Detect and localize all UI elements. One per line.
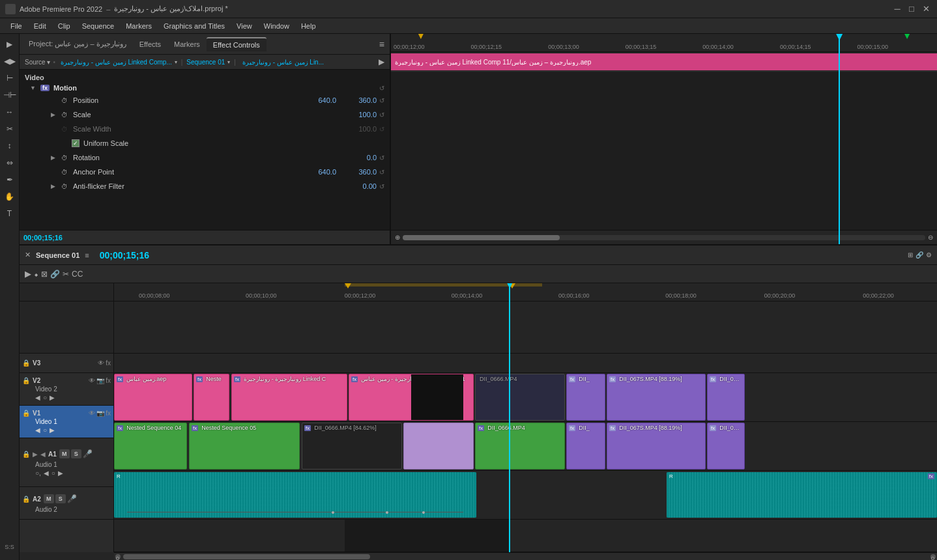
seq-close-icon[interactable]: ✕ [25, 251, 31, 259]
rate-stretch-tool[interactable]: ↔ [2, 104, 18, 120]
menu-help[interactable]: Help [296, 21, 321, 31]
v2-next-icon[interactable]: ▶ [50, 394, 55, 401]
play-tool[interactable]: ▶ [25, 269, 31, 279]
v2-clip-1[interactable]: fx زمین عباس.aep [114, 374, 192, 421]
anchor-y-value[interactable]: 360.0 [344, 168, 377, 176]
v2-lock-icon[interactable]: 🔒 [22, 377, 30, 384]
a2-mute-btn[interactable]: M [44, 494, 54, 503]
tab-effects[interactable]: Effects [133, 38, 167, 51]
ec-zoom-out-icon[interactable]: ⊖ [928, 234, 933, 241]
ec-scrollbar[interactable] [403, 235, 925, 240]
v2-clip-2[interactable]: fx Neste [194, 374, 229, 421]
add-marker-tool[interactable]: ⬥ [34, 270, 38, 279]
a1-add-kf-btn[interactable]: ○ [51, 469, 55, 477]
a1-mute-btn[interactable]: M [59, 449, 70, 458]
v2-fx-icon[interactable]: fx [106, 377, 111, 384]
anti-flicker-expand[interactable]: ▶ [51, 183, 59, 189]
slide-tool[interactable]: ⇔ [2, 155, 18, 171]
seq-filter-icon[interactable]: ⊞ [908, 251, 913, 259]
rotation-stopwatch-icon[interactable]: ⏱ [61, 154, 70, 161]
v3-eye-icon[interactable]: 👁 [98, 359, 104, 367]
a1-solo-btn[interactable]: S [71, 449, 81, 458]
pen-tool[interactable]: ✒ [2, 172, 18, 188]
track-select-tool[interactable]: ◀▶ [2, 53, 18, 69]
sequence-label[interactable]: Sequence 01 [186, 59, 225, 66]
razor-tool[interactable]: ✂ [2, 121, 18, 137]
anti-flicker-stopwatch-icon[interactable]: ⏱ [61, 183, 70, 190]
seq-settings-icon[interactable]: ⚙ [926, 251, 932, 259]
motion-collapse-arrow[interactable]: ▼ [30, 85, 38, 91]
scale-expand[interactable]: ▶ [51, 111, 59, 118]
v2-clip-5[interactable]: DII_0666.MP4 [475, 374, 565, 421]
uniform-scale-checkbox[interactable]: ✓ [72, 139, 79, 147]
motion-fx-row[interactable]: ▼ fx Motion ↺ [20, 83, 390, 93]
scale-value[interactable]: 100.0 [344, 111, 377, 119]
v2-clip-8[interactable]: fx DII_0676 [707, 374, 745, 421]
play-icon[interactable]: ▶ [379, 57, 384, 66]
v2-clip-7[interactable]: fx DII_067S.MP4 [88.19%] [607, 374, 706, 421]
a1-lock-icon[interactable]: 🔒 [22, 451, 30, 458]
anchor-reset[interactable]: ↺ [379, 169, 384, 176]
v2-prev-icon[interactable]: ◀ [35, 394, 40, 401]
scroll-thumb[interactable] [123, 554, 370, 559]
scroll-right-btn[interactable]: ○ [930, 554, 936, 559]
v1-clip-3[interactable]: fx DII_0666.MP4 [84.62%] [302, 423, 402, 469]
minimize-button[interactable]: ─ [891, 3, 903, 15]
a2-solo-btn[interactable]: S [55, 494, 66, 503]
razor-seq-tool[interactable]: ✂ [63, 270, 69, 279]
menu-file[interactable]: File [5, 21, 27, 31]
position-stopwatch-icon[interactable]: ⏱ [61, 97, 70, 104]
v1-lock-icon[interactable]: 🔒 [22, 410, 30, 417]
tab-effect-controls[interactable]: Effect Controls [207, 37, 267, 51]
v1-eye-icon[interactable]: 👁 [89, 410, 95, 417]
ec-zoom-icon[interactable]: ⊕ [395, 234, 400, 241]
rotation-expand[interactable]: ▶ [51, 154, 59, 161]
menu-clip[interactable]: Clip [53, 21, 76, 31]
v2-clip-3[interactable]: fx رونبارجیرة - رونبارجیرة Linked C [231, 374, 347, 421]
v1-clip-2[interactable]: fx Nested Sequence 05 [189, 423, 300, 469]
hand-tool[interactable]: ✋ [2, 189, 18, 204]
v1-next-icon[interactable]: ▶ [50, 427, 55, 434]
source-file2[interactable]: زمین عباس - رونبارجیرة Lin... [242, 59, 324, 66]
tab-project[interactable]: Project: رونبارجیرة – زمین عباس [22, 37, 133, 51]
anti-flicker-reset[interactable]: ↺ [379, 183, 384, 190]
seq-link-icon[interactable]: 🔗 [915, 251, 923, 259]
v1-play-icon[interactable]: ○ [43, 427, 47, 434]
link-tool[interactable]: 🔗 [50, 270, 60, 279]
ec-timecode[interactable]: 00;00;15;16 [23, 234, 63, 242]
a2-mic-icon[interactable]: 🎤 [67, 494, 77, 503]
motion-reset[interactable]: ↺ [379, 85, 384, 92]
v2-clip-4[interactable]: fx رونبارجیرة - زمین عباس Linked Comp 11 [349, 374, 474, 421]
selection-tool[interactable]: ▶ [2, 36, 18, 52]
close-button[interactable]: ✕ [920, 3, 932, 15]
v1-clip-4[interactable] [403, 423, 474, 469]
snap-tool[interactable]: ⊠ [41, 270, 48, 279]
menu-graphics[interactable]: Graphics and Titles [158, 21, 230, 31]
tracks-ruler[interactable]: 00;00;08;00 00;00;10;00 00;00;12;00 00;0… [114, 283, 937, 301]
rotation-value[interactable]: 0.0 [344, 154, 377, 161]
a1-mic-icon[interactable]: 🎤 [83, 449, 93, 458]
scale-reset[interactable]: ↺ [379, 111, 384, 119]
v1-fx-icon[interactable]: fx [106, 410, 111, 417]
sequence-timecode[interactable]: 00;00;15;16 [100, 250, 149, 260]
v1-clip-1[interactable]: fx Nested Sequence 04 [114, 423, 187, 469]
tab-markers[interactable]: Markers [167, 38, 207, 51]
slip-tool[interactable]: ↕ [2, 138, 18, 154]
anchor-x-value[interactable]: 640.0 [304, 168, 336, 176]
v3-fx-icon[interactable]: fx [106, 359, 111, 367]
rotation-reset[interactable]: ↺ [379, 154, 384, 161]
v1-clip-8[interactable]: fx DII_0676 [707, 423, 745, 469]
v1-clip-5[interactable]: fx DII_0666.MP4 [475, 423, 565, 469]
position-y-value[interactable]: 360.0 [344, 96, 377, 104]
rolling-tool[interactable]: ⊣⊢ [2, 87, 18, 103]
v1-cam-icon[interactable]: 📷 [96, 410, 104, 417]
v2-clip-6[interactable]: fx DII_ [566, 374, 605, 421]
ec-scroll-thumb[interactable] [403, 235, 560, 240]
v1-clip-7[interactable]: fx DII_067S.MP4 [88.19%] [607, 423, 706, 469]
maximize-button[interactable]: □ [906, 3, 917, 15]
position-reset[interactable]: ↺ [379, 97, 384, 104]
ec-pink-clip[interactable]: زمین عباس - رونبارجیرة Linked Comp 11/رو… [391, 53, 937, 70]
a1-next-btn[interactable]: ▶ [58, 469, 63, 477]
anti-flicker-value[interactable]: 0.00 [344, 182, 377, 190]
a1-audio-clip-2[interactable]: R fx [667, 472, 937, 518]
